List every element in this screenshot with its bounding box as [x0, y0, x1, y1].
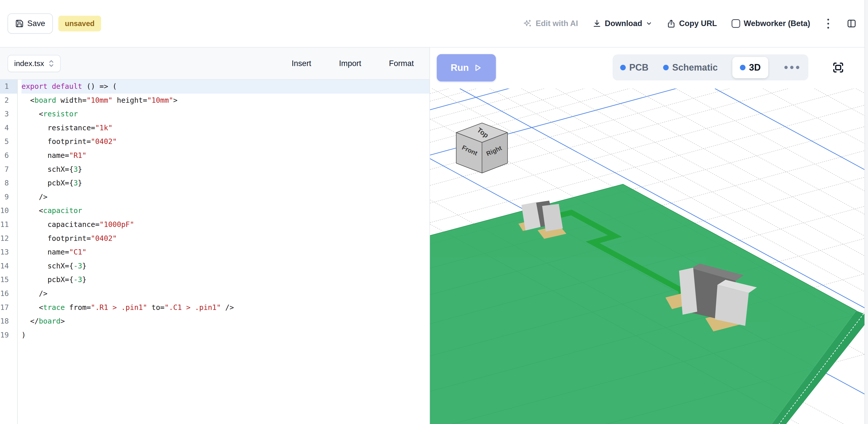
fullscreen-button[interactable] — [831, 61, 845, 75]
line-number: 8 — [0, 176, 17, 190]
copy-url-button[interactable]: Copy URL — [667, 19, 717, 28]
code-line: capacitance="1000pF" — [22, 218, 430, 232]
line-number: 13 — [0, 246, 17, 259]
line-number: 5 — [0, 135, 17, 149]
chevron-down-icon — [646, 20, 652, 27]
fullscreen-icon — [832, 61, 845, 74]
file-name: index.tsx — [14, 59, 44, 68]
code-line: <board width="10mm" height="10mm"> — [22, 94, 430, 108]
unsaved-badge: unsaved — [58, 16, 101, 31]
webworker-toggle[interactable]: Webworker (Beta) — [732, 19, 810, 28]
preview-panel: Top Front Right Run PCBSchematic3D — [430, 48, 865, 424]
insert-button[interactable]: Insert — [291, 59, 311, 68]
code-line: name="R1" — [22, 149, 430, 163]
tab-label: PCB — [629, 62, 649, 73]
share-icon — [667, 19, 676, 28]
tab-label: 3D — [749, 62, 761, 73]
edit-with-ai-button[interactable]: Edit with AI — [523, 19, 578, 28]
tab-dot-icon — [740, 65, 745, 70]
webworker-checkbox[interactable] — [732, 19, 740, 28]
save-button[interactable]: Save — [7, 13, 53, 34]
code-line: schX={3} — [22, 163, 430, 177]
code-line: schX={-3} — [22, 259, 430, 273]
code-line: footprint="0402" — [22, 232, 430, 246]
select-chevrons-icon — [49, 59, 54, 68]
code-line: pcbX={-3} — [22, 273, 430, 287]
pcb-3d-viewport[interactable]: Top Front Right — [430, 48, 865, 424]
code-line: </board> — [22, 314, 430, 329]
code-line: /> — [22, 287, 430, 301]
code-line: /> — [22, 190, 430, 204]
line-number-gutter: 12345678910111213141516171819 — [0, 80, 18, 424]
tab-dot-icon — [663, 65, 669, 70]
line-number: 9 — [0, 190, 17, 204]
top-bar: Save unsaved Edit with AI Download C — [0, 0, 868, 48]
code-lines: export default () => ( <board width="10m… — [18, 80, 430, 424]
code-line: <trace from=".R1 > .pin1" to=".C1 > .pin… — [22, 301, 430, 315]
sparkles-icon — [523, 19, 532, 28]
code-line: name="C1" — [22, 246, 430, 259]
tab-pcb[interactable]: PCB — [620, 62, 649, 73]
line-number: 4 — [0, 121, 17, 135]
line-number: 6 — [0, 149, 17, 163]
download-button[interactable]: Download — [593, 19, 652, 28]
line-number: 14 — [0, 259, 17, 273]
line-number: 18 — [0, 314, 17, 329]
scrollbar[interactable] — [865, 0, 868, 424]
line-number: 7 — [0, 163, 17, 177]
line-number: 10 — [0, 204, 17, 218]
code-editor[interactable]: 12345678910111213141516171819 export def… — [0, 80, 430, 424]
line-number: 11 — [0, 218, 17, 232]
panel-toggle-icon[interactable] — [846, 19, 857, 29]
line-number: 12 — [0, 232, 17, 246]
tab-label: Schematic — [672, 62, 718, 73]
code-line: ) — [22, 329, 430, 342]
format-button[interactable]: Format — [389, 59, 414, 68]
tab-schematic[interactable]: Schematic — [663, 62, 718, 73]
pcb-board — [430, 48, 865, 424]
code-line: export default () => ( — [22, 80, 430, 94]
orientation-cube[interactable]: Top Front Right — [456, 123, 507, 173]
run-button[interactable]: Run — [437, 54, 496, 82]
import-button[interactable]: Import — [339, 59, 361, 68]
code-line: <resistor — [22, 107, 430, 121]
line-number: 1 — [0, 80, 17, 94]
code-line: pcbX={3} — [22, 176, 430, 190]
tabs-more-button[interactable] — [783, 66, 801, 69]
line-number: 17 — [0, 301, 17, 315]
code-editor-panel: index.tsx Insert Import Format 123456789… — [0, 48, 430, 424]
code-line: <capacitor — [22, 204, 430, 218]
code-line: footprint="0402" — [22, 135, 430, 149]
editor-toolbar: index.tsx Insert Import Format — [0, 48, 430, 80]
save-label: Save — [27, 19, 45, 28]
play-icon — [473, 63, 482, 72]
view-tabs: PCBSchematic3D — [613, 54, 808, 80]
more-options-button[interactable] — [825, 19, 832, 29]
line-number: 15 — [0, 273, 17, 287]
line-number: 3 — [0, 107, 17, 121]
line-number: 16 — [0, 287, 17, 301]
tab-3d[interactable]: 3D — [732, 57, 768, 78]
file-select[interactable]: index.tsx — [7, 55, 61, 72]
board-top-face — [430, 184, 857, 424]
line-number: 19 — [0, 329, 17, 342]
download-icon — [593, 19, 601, 28]
line-number: 2 — [0, 94, 17, 108]
tab-dot-icon — [620, 65, 626, 70]
code-line: resistance="1k" — [22, 121, 430, 135]
save-icon — [15, 19, 24, 28]
